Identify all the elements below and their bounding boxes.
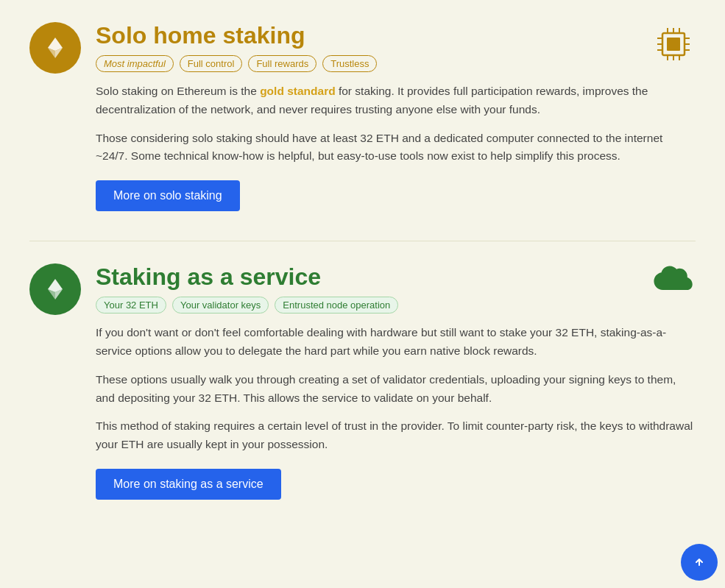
solo-tag-1: Full control [180, 55, 243, 72]
solo-title: Solo home staking [96, 22, 377, 49]
solo-paragraph-1: Solo staking on Ethereum is the gold sta… [96, 82, 696, 119]
service-title-block: Staking as a service Your 32 ETH Your va… [96, 263, 398, 314]
service-tag-0: Your 32 ETH [96, 297, 166, 314]
scroll-to-top-button[interactable] [681, 544, 718, 581]
section-divider [29, 241, 696, 241]
service-eth-icon [29, 263, 81, 315]
solo-eth-icon [29, 22, 81, 74]
solo-para1-start: Solo staking on Ethereum is the [96, 85, 260, 97]
service-title: Staking as a service [96, 263, 398, 291]
service-paragraph-3: This method of staking requires a certai… [96, 417, 696, 454]
solo-tag-3: Trustless [322, 55, 377, 72]
svg-rect-1 [667, 38, 680, 51]
solo-title-block: Solo home staking Most impactful Full co… [96, 22, 377, 72]
service-paragraph-1: If you don't want or don't feel comforta… [96, 324, 696, 361]
service-paragraph-2: These options usually walk you through c… [96, 371, 696, 408]
solo-paragraph-2: Those considering solo staking should ha… [96, 130, 696, 166]
solo-tag-0: Most impactful [96, 55, 174, 72]
service-tags: Your 32 ETH Your validator keys Entruste… [96, 297, 398, 314]
solo-staking-button[interactable]: More on solo staking [96, 180, 240, 211]
solo-tags: Most impactful Full control Full rewards… [96, 55, 377, 72]
solo-content: Solo staking on Ethereum is the gold sta… [96, 82, 696, 211]
solo-tag-2: Full rewards [248, 55, 316, 72]
service-content: If you don't want or don't feel comforta… [96, 324, 696, 500]
cloud-icon [651, 263, 696, 302]
service-tag-2: Entrusted node operation [275, 297, 398, 314]
page-container: Solo home staking Most impactful Full co… [0, 0, 725, 551]
solo-section-header: Solo home staking Most impactful Full co… [29, 22, 696, 74]
service-staking-section: Staking as a service Your 32 ETH Your va… [29, 263, 696, 500]
service-section-header: Staking as a service Your 32 ETH Your va… [29, 263, 696, 315]
cpu-icon [651, 22, 696, 69]
gold-standard-link[interactable]: gold standard [260, 85, 335, 97]
service-staking-button[interactable]: More on staking as a service [96, 469, 281, 500]
service-tag-1: Your validator keys [172, 297, 269, 314]
solo-staking-section: Solo home staking Most impactful Full co… [29, 22, 696, 211]
